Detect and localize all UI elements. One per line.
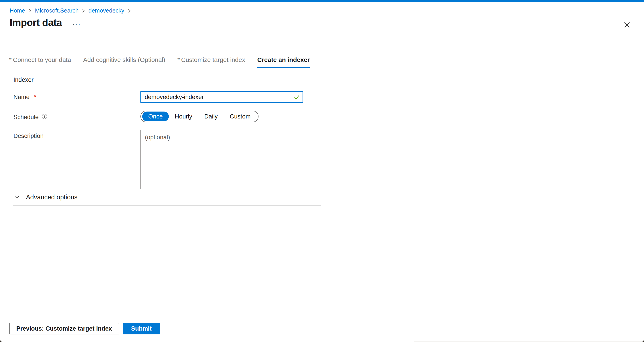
description-label-text: Description: [14, 132, 44, 140]
required-mark: *: [9, 56, 12, 63]
import-data-panel: Home Microsoft.Search demovedecky Import…: [0, 0, 644, 342]
tab-label: Connect to your data: [13, 56, 71, 63]
indexer-form: Indexer Name* Schedule Once Hourly: [14, 76, 322, 197]
info-icon[interactable]: [41, 113, 48, 121]
description-textarea[interactable]: [140, 130, 303, 189]
schedule-option-once[interactable]: Once: [142, 112, 169, 122]
schedule-pill-group: Once Hourly Daily Custom: [140, 111, 258, 122]
advanced-options-toggle[interactable]: Advanced options: [14, 194, 78, 201]
advanced-options-label: Advanced options: [26, 194, 78, 201]
breadcrumb-link-demovedecky[interactable]: demovedecky: [88, 7, 124, 14]
breadcrumb-link-home[interactable]: Home: [10, 7, 25, 14]
divider: [13, 188, 321, 188]
description-row: Description: [14, 130, 322, 189]
chevron-right-icon: [28, 8, 32, 14]
close-button[interactable]: [623, 21, 631, 29]
close-icon: [623, 26, 631, 29]
tab-customize-target-index[interactable]: *Customize target index: [177, 56, 245, 68]
schedule-label: Schedule: [14, 111, 140, 121]
required-asterisk: *: [34, 94, 36, 100]
chevron-down-icon: [14, 194, 20, 201]
name-row: Name*: [14, 91, 322, 103]
page-title: Import data: [10, 17, 62, 28]
footer-separator: [0, 315, 644, 315]
more-actions-button[interactable]: ···: [72, 20, 81, 28]
indexer-name-input[interactable]: [140, 91, 303, 103]
tab-label: Create an indexer: [257, 56, 310, 63]
tab-label: Customize target index: [181, 56, 245, 63]
tab-create-an-indexer[interactable]: Create an indexer: [257, 56, 310, 68]
schedule-row: Schedule Once Hourly Daily Custom: [14, 111, 322, 122]
chevron-right-icon: [82, 8, 85, 14]
name-input-wrap: [140, 91, 303, 103]
footer-actions: Previous: Customize target index Submit: [9, 323, 160, 334]
description-label: Description: [14, 130, 140, 140]
wizard-tabs: *Connect to your data Add cognitive skil…: [9, 56, 310, 68]
previous-step-button[interactable]: Previous: Customize target index: [9, 323, 119, 334]
tab-connect-to-your-data[interactable]: *Connect to your data: [9, 56, 71, 68]
name-label-text: Name: [14, 94, 30, 100]
section-label-indexer: Indexer: [14, 76, 322, 84]
schedule-label-text: Schedule: [14, 114, 39, 121]
schedule-option-hourly[interactable]: Hourly: [169, 112, 198, 122]
tab-add-cognitive-skills[interactable]: Add cognitive skills (Optional): [83, 56, 165, 68]
tab-label: Add cognitive skills (Optional): [83, 56, 165, 63]
required-mark: *: [177, 56, 180, 63]
breadcrumb-link-microsoft-search[interactable]: Microsoft.Search: [35, 7, 78, 14]
divider: [13, 205, 321, 206]
submit-button[interactable]: Submit: [123, 323, 160, 334]
schedule-option-daily[interactable]: Daily: [198, 112, 224, 122]
breadcrumb: Home Microsoft.Search demovedecky: [10, 7, 131, 14]
validation-check-icon: [294, 94, 300, 102]
page-header: Import data ···: [10, 17, 81, 28]
schedule-option-custom[interactable]: Custom: [224, 112, 257, 122]
name-label: Name*: [14, 91, 140, 100]
chevron-right-icon: [128, 8, 131, 14]
azure-top-accent-bar: [0, 0, 644, 2]
